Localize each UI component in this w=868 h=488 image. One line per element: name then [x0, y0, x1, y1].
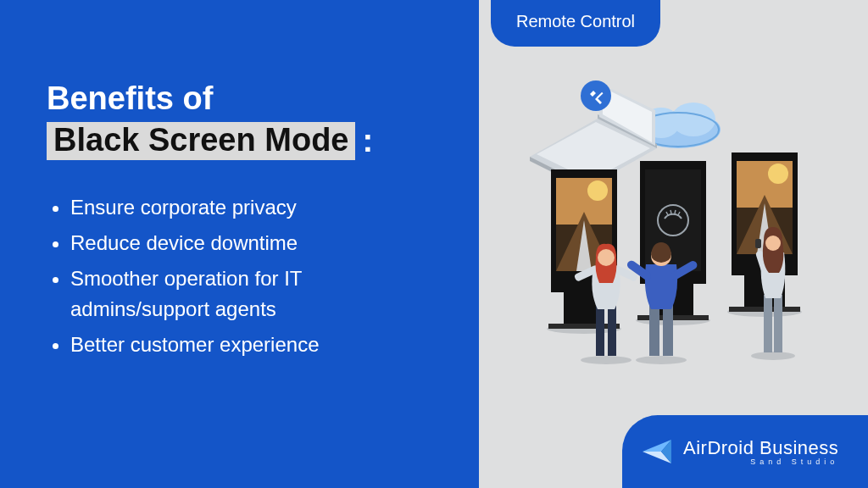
svg-rect-38: [608, 305, 616, 356]
svg-point-42: [598, 249, 615, 266]
svg-rect-51: [774, 295, 782, 352]
bullet-item: Smoother operation for IT admins/support…: [70, 263, 445, 324]
bullet-list: Ensure corporate privacy Reduce device d…: [47, 192, 445, 360]
bullet-item: Better customer experience: [70, 330, 445, 360]
title-highlight: Black Screen Mode: [47, 122, 355, 160]
svg-point-10: [581, 80, 611, 111]
right-panel: Remote Control: [479, 0, 868, 488]
svg-point-43: [636, 356, 687, 364]
brand-badge: AirDroid Business Sand Studio: [622, 415, 868, 488]
title-line2-wrap: Black Screen Mode :: [47, 122, 373, 160]
svg-rect-53: [755, 239, 761, 248]
svg-rect-45: [663, 305, 673, 356]
svg-rect-50: [764, 295, 772, 352]
bullet-item: Ensure corporate privacy: [70, 192, 445, 223]
brand-subtitle: Sand Studio: [683, 458, 838, 466]
svg-point-49: [751, 352, 795, 360]
brand-logo-icon: [641, 435, 675, 469]
svg-point-32: [768, 164, 788, 184]
tools-icon: [581, 80, 611, 111]
top-tab: Remote Control: [491, 0, 660, 47]
title-colon: :: [362, 123, 373, 159]
brand-text: AirDroid Business Sand Studio: [683, 437, 838, 466]
svg-rect-37: [596, 305, 604, 356]
svg-point-36: [581, 356, 632, 364]
bullet-item: Reduce device downtime: [70, 228, 445, 258]
svg-point-2: [671, 103, 715, 136]
illustration: [504, 80, 843, 369]
title-line1: Benefits of: [47, 80, 445, 117]
brand-name: AirDroid Business: [683, 437, 838, 459]
svg-point-17: [587, 180, 608, 201]
slide: Benefits of Black Screen Mode : Ensure c…: [0, 0, 868, 488]
top-tab-label: Remote Control: [516, 12, 635, 30]
left-panel: Benefits of Black Screen Mode : Ensure c…: [0, 0, 479, 488]
svg-rect-44: [649, 305, 659, 356]
svg-point-55: [765, 236, 781, 251]
